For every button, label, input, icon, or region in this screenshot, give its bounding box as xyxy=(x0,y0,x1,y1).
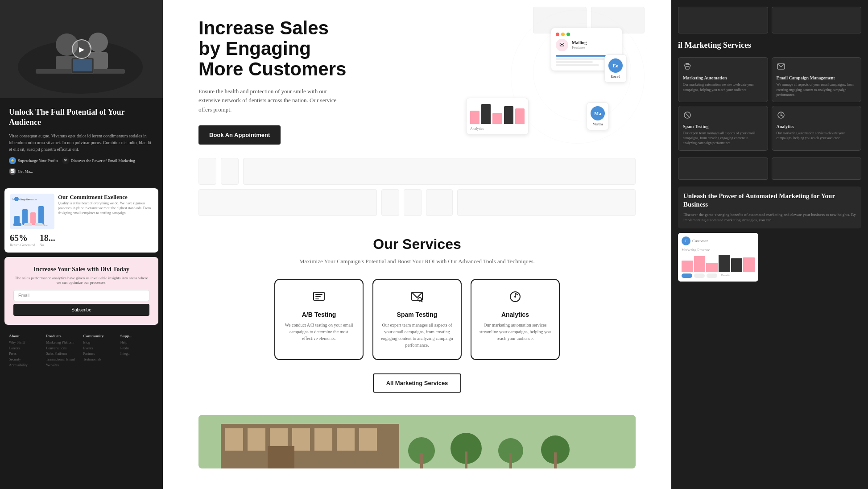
left-section-title: Unlock The Full Potential of Your Audien… xyxy=(9,107,154,128)
footer-products-3[interactable]: Sales Platform xyxy=(46,351,79,357)
commitment-header: Marketing Revenue Customer Ideas Our Com… xyxy=(10,194,153,229)
stats-row: 65% Return Generated 18... No... xyxy=(10,233,153,247)
bar-5 xyxy=(515,108,525,124)
bar-2 xyxy=(481,104,491,124)
play-button[interactable]: ▶ xyxy=(72,39,91,59)
services-subtitle: Maximize Your Campaign's Potential and B… xyxy=(198,257,636,266)
footer-support-1[interactable]: Help xyxy=(120,340,154,346)
svg-rect-23 xyxy=(315,296,321,297)
building-section xyxy=(163,406,671,468)
left-section-body: Vitae consequat augue. Vivamus eget dolo… xyxy=(9,133,154,153)
service-card-spam-testing: Spam Testing Our expert team manages all… xyxy=(372,279,462,360)
analytics-title: Analytics xyxy=(479,311,552,318)
grid-rects-row2 xyxy=(163,189,671,216)
grid-rect-b2 xyxy=(381,189,399,216)
mailing-bar-2 xyxy=(556,58,605,60)
svg-point-55 xyxy=(780,114,781,116)
footer-community-1[interactable]: Blog xyxy=(83,340,117,346)
footer-products-4[interactable]: Transactional Email xyxy=(46,357,79,363)
rs-bottom-body: Discover the game-changing benefits of a… xyxy=(683,212,856,223)
rs-bottom-title: Unleash the Power of Automated Marketing… xyxy=(683,192,856,209)
rs-wide-item-1 xyxy=(678,157,768,180)
right-sidebar-content: il Marketing Services Marketing Automati… xyxy=(671,0,868,288)
rs-email-campaign-body: We manage all aspects of your email camp… xyxy=(777,82,857,97)
profile-avatar-eo: Eo xyxy=(608,58,623,73)
icon-item-1: ⚡ Supercharge Your Profits xyxy=(9,157,58,164)
stats-visual-card: Analytics xyxy=(466,98,529,135)
grid-rects-row1 xyxy=(163,158,671,185)
footer-products-1[interactable]: Marketing Platform xyxy=(46,340,79,346)
svg-rect-38 xyxy=(359,428,377,451)
ab-testing-body: We conduct A/B testing on your email cam… xyxy=(282,322,355,342)
cta-body: The sales performance analytics have giv… xyxy=(13,276,149,285)
commitment-body: Quality is at the heart of everything we… xyxy=(58,201,153,216)
icon-item-3: 📈 Get Ma... xyxy=(9,168,33,175)
mailing-text: Mailing Features xyxy=(572,40,587,50)
footer-about-5[interactable]: Accessibility xyxy=(9,363,42,369)
left-sidebar: ▶ Unlock The Full Potential of Your Audi… xyxy=(0,0,163,489)
footer-support-3[interactable]: Integ... xyxy=(120,351,154,357)
svg-rect-35 xyxy=(292,428,310,451)
rs-toggle-1[interactable] xyxy=(682,274,692,278)
rs-toggle-row: Details xyxy=(682,274,755,278)
service-card-analytics: Analytics Our marketing automation servi… xyxy=(471,279,560,360)
svg-rect-17 xyxy=(13,223,21,226)
grid-rect-a3 xyxy=(243,158,636,185)
svg-line-27 xyxy=(421,301,422,302)
svg-rect-12 xyxy=(30,212,36,225)
stat-2: 18... No... xyxy=(40,233,55,247)
svg-rect-48 xyxy=(686,66,689,69)
footer-products-5[interactable]: Websites xyxy=(46,363,79,369)
footer-col-community-title: Community xyxy=(83,334,117,338)
rs-spam-testing-body: Our expert team manages all aspects of y… xyxy=(683,131,763,146)
book-appointment-button[interactable]: Book An Appointment xyxy=(198,125,281,145)
spam-testing-title: Spam Testing xyxy=(380,311,454,318)
all-marketing-services-button[interactable]: All Marketing Services xyxy=(373,373,462,393)
commitment-title: Our Commitment Exellence xyxy=(58,194,153,201)
rs-card-email-campaign: Email Campaign Management We manage all … xyxy=(772,57,862,102)
footer-about-4[interactable]: Security xyxy=(9,357,42,363)
footer-col-about: About Why Shift? Careers Press Security … xyxy=(9,334,42,369)
commitment-image: Marketing Revenue Customer Ideas xyxy=(10,194,54,229)
footer-community-2[interactable]: Events xyxy=(83,346,117,352)
bar-4 xyxy=(504,106,513,124)
footer-community-4[interactable]: Testimonials xyxy=(83,357,117,363)
right-sidebar: il Marketing Services Marketing Automati… xyxy=(671,0,868,489)
stat-2-label: No... xyxy=(40,243,55,247)
icon-item-2: ✉ Discover the Power of Email Marketing xyxy=(62,157,135,164)
footer-about-2[interactable]: Careers xyxy=(9,346,42,352)
subscribe-button[interactable]: Subscribe xyxy=(13,304,149,316)
ab-testing-title: A/B Testing xyxy=(282,311,355,318)
footer-about-3[interactable]: Press xyxy=(9,351,42,357)
footer-about-1[interactable]: Why Shift? xyxy=(9,340,42,346)
analytics-body: Our marketing automation services stream… xyxy=(479,322,552,342)
rs-bar-6 xyxy=(743,257,755,272)
footer-col-support: Supp... Help Produ... Integ... xyxy=(120,334,154,369)
hero-section: Increase Sales by Engaging More Customer… xyxy=(163,0,671,158)
grid-rect-b5 xyxy=(457,189,636,216)
minimize-dot xyxy=(561,33,565,36)
rs-marketing-auto-body: Our marketing automation we rise to elev… xyxy=(683,82,763,92)
footer-col-support-title: Supp... xyxy=(120,334,154,338)
rs-wide-box xyxy=(678,157,861,180)
footer-products-2[interactable]: Conversations xyxy=(46,346,79,352)
spam-testing-body: Our expert team manages all aspects of y… xyxy=(380,322,454,348)
icon-circle-2: ✉ xyxy=(62,157,69,164)
svg-rect-33 xyxy=(248,428,265,451)
rs-card-analytics: Analytics Our marketing automation servi… xyxy=(772,106,862,151)
hero-title-line2: by Engaging xyxy=(198,38,311,59)
close-dot xyxy=(556,33,559,36)
profile-card-eo: Eo Eoa rd xyxy=(604,54,627,83)
footer-community-3[interactable]: Partners xyxy=(83,351,117,357)
rs-bottom-section: Unleash the Power of Automated Marketing… xyxy=(678,186,861,228)
rs-toggle-2[interactable] xyxy=(694,274,705,278)
svg-rect-24 xyxy=(315,298,319,299)
footer-col-products-title: Products xyxy=(46,334,79,338)
analytics-icon xyxy=(479,290,552,306)
commitment-text: Our Commitment Exellence Quality is at t… xyxy=(58,194,153,229)
rs-toggle-3[interactable] xyxy=(707,274,717,278)
rs-email-campaign-icon xyxy=(777,62,857,73)
footer-support-2[interactable]: Produ... xyxy=(120,346,154,352)
svg-rect-8 xyxy=(73,59,92,71)
email-input[interactable] xyxy=(13,290,149,301)
